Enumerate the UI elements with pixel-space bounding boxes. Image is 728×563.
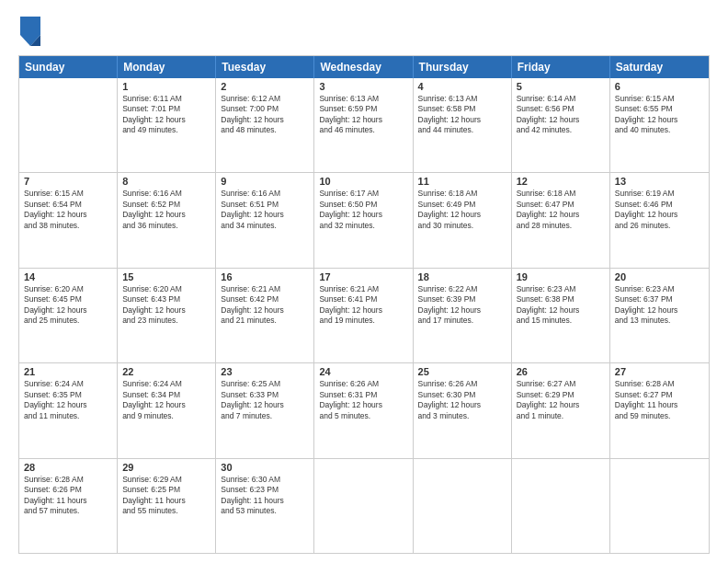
calendar-row: 21Sunrise: 6:24 AM Sunset: 6:35 PM Dayli… — [19, 363, 709, 458]
cell-info: Sunrise: 6:11 AM Sunset: 7:01 PM Dayligh… — [122, 94, 210, 136]
calendar-cell: 8Sunrise: 6:16 AM Sunset: 6:52 PM Daylig… — [118, 173, 216, 267]
calendar-cell: 17Sunrise: 6:21 AM Sunset: 6:41 PM Dayli… — [314, 269, 413, 362]
page: SundayMondayTuesdayWednesdayThursdayFrid… — [0, 0, 728, 563]
calendar-row: 14Sunrise: 6:20 AM Sunset: 6:45 PM Dayli… — [19, 269, 709, 363]
cell-info: Sunrise: 6:22 AM Sunset: 6:39 PM Dayligh… — [418, 284, 506, 327]
calendar-cell: 16Sunrise: 6:21 AM Sunset: 6:42 PM Dayli… — [216, 269, 314, 362]
cell-day-number: 12 — [517, 176, 605, 187]
cell-info: Sunrise: 6:24 AM Sunset: 6:35 PM Dayligh… — [24, 379, 112, 421]
cell-info: Sunrise: 6:18 AM Sunset: 6:49 PM Dayligh… — [418, 189, 506, 231]
cell-info: Sunrise: 6:30 AM Sunset: 6:23 PM Dayligh… — [221, 475, 309, 517]
cell-info: Sunrise: 6:28 AM Sunset: 6:27 PM Dayligh… — [615, 379, 704, 421]
cell-day-number: 5 — [517, 81, 605, 92]
calendar-cell: 29Sunrise: 6:29 AM Sunset: 6:25 PM Dayli… — [118, 459, 216, 553]
cell-day-number: 2 — [221, 81, 309, 92]
cell-day-number: 24 — [319, 366, 407, 377]
cell-info: Sunrise: 6:19 AM Sunset: 6:46 PM Dayligh… — [615, 189, 704, 231]
calendar-row: 28Sunrise: 6:28 AM Sunset: 6:26 PM Dayli… — [19, 459, 709, 553]
cell-day-number: 21 — [24, 366, 112, 377]
calendar-cell — [414, 459, 512, 553]
cell-info: Sunrise: 6:21 AM Sunset: 6:41 PM Dayligh… — [319, 284, 407, 327]
logo — [18, 17, 40, 46]
calendar-cell: 2Sunrise: 6:12 AM Sunset: 7:00 PM Daylig… — [216, 78, 314, 172]
calendar-row: 1Sunrise: 6:11 AM Sunset: 7:01 PM Daylig… — [19, 78, 709, 173]
calendar-cell: 18Sunrise: 6:22 AM Sunset: 6:39 PM Dayli… — [414, 269, 512, 362]
calendar-body: 1Sunrise: 6:11 AM Sunset: 7:01 PM Daylig… — [19, 78, 709, 553]
calendar-cell — [512, 459, 610, 553]
cell-day-number: 7 — [24, 176, 112, 187]
cell-info: Sunrise: 6:13 AM Sunset: 6:59 PM Dayligh… — [319, 94, 407, 136]
cell-day-number: 13 — [615, 176, 704, 187]
cell-info: Sunrise: 6:15 AM Sunset: 6:54 PM Dayligh… — [24, 189, 112, 231]
cell-info: Sunrise: 6:23 AM Sunset: 6:37 PM Dayligh… — [615, 284, 704, 327]
calendar-cell: 1Sunrise: 6:11 AM Sunset: 7:01 PM Daylig… — [118, 78, 216, 172]
cell-info: Sunrise: 6:16 AM Sunset: 6:52 PM Dayligh… — [122, 189, 210, 231]
calendar-cell: 7Sunrise: 6:15 AM Sunset: 6:54 PM Daylig… — [19, 173, 118, 267]
calendar-cell: 28Sunrise: 6:28 AM Sunset: 6:26 PM Dayli… — [19, 459, 118, 553]
cell-info: Sunrise: 6:28 AM Sunset: 6:26 PM Dayligh… — [24, 475, 112, 517]
calendar-cell — [610, 459, 709, 553]
calendar-cell — [19, 78, 118, 172]
cell-day-number: 15 — [122, 271, 210, 282]
cell-info: Sunrise: 6:24 AM Sunset: 6:34 PM Dayligh… — [122, 379, 210, 421]
cell-info: Sunrise: 6:26 AM Sunset: 6:30 PM Dayligh… — [418, 379, 506, 421]
calendar-cell: 12Sunrise: 6:18 AM Sunset: 6:47 PM Dayli… — [512, 173, 610, 267]
logo-icon — [20, 17, 40, 46]
calendar-cell: 5Sunrise: 6:14 AM Sunset: 6:56 PM Daylig… — [512, 78, 610, 172]
cell-day-number: 27 — [615, 366, 704, 377]
cell-day-number: 3 — [319, 81, 407, 92]
cell-day-number: 4 — [418, 81, 506, 92]
cell-day-number: 26 — [517, 366, 605, 377]
calendar-cell: 25Sunrise: 6:26 AM Sunset: 6:30 PM Dayli… — [414, 363, 512, 457]
calendar-row: 7Sunrise: 6:15 AM Sunset: 6:54 PM Daylig… — [19, 173, 709, 268]
calendar-cell: 14Sunrise: 6:20 AM Sunset: 6:45 PM Dayli… — [19, 269, 118, 362]
calendar-cell: 27Sunrise: 6:28 AM Sunset: 6:27 PM Dayli… — [610, 363, 709, 457]
calendar-cell — [314, 459, 413, 553]
cell-day-number: 18 — [418, 271, 506, 282]
calendar-cell: 22Sunrise: 6:24 AM Sunset: 6:34 PM Dayli… — [118, 363, 216, 457]
cell-day-number: 8 — [122, 176, 210, 187]
cell-day-number: 22 — [122, 366, 210, 377]
cell-day-number: 9 — [221, 176, 309, 187]
cell-info: Sunrise: 6:27 AM Sunset: 6:29 PM Dayligh… — [517, 379, 605, 421]
calendar-cell: 20Sunrise: 6:23 AM Sunset: 6:37 PM Dayli… — [610, 269, 709, 362]
calendar-header-cell: Friday — [512, 56, 610, 78]
header — [18, 17, 710, 46]
cell-info: Sunrise: 6:12 AM Sunset: 7:00 PM Dayligh… — [221, 94, 309, 136]
calendar-header-cell: Monday — [118, 56, 216, 78]
cell-info: Sunrise: 6:25 AM Sunset: 6:33 PM Dayligh… — [221, 379, 309, 421]
cell-info: Sunrise: 6:13 AM Sunset: 6:58 PM Dayligh… — [418, 94, 506, 136]
cell-info: Sunrise: 6:15 AM Sunset: 6:55 PM Dayligh… — [615, 94, 704, 136]
cell-day-number: 29 — [122, 462, 210, 473]
calendar-cell: 3Sunrise: 6:13 AM Sunset: 6:59 PM Daylig… — [314, 78, 413, 172]
cell-info: Sunrise: 6:21 AM Sunset: 6:42 PM Dayligh… — [221, 284, 309, 327]
cell-info: Sunrise: 6:26 AM Sunset: 6:31 PM Dayligh… — [319, 379, 407, 421]
cell-day-number: 20 — [615, 271, 704, 282]
calendar-header-cell: Saturday — [610, 56, 709, 78]
calendar-cell: 11Sunrise: 6:18 AM Sunset: 6:49 PM Dayli… — [414, 173, 512, 267]
cell-day-number: 28 — [24, 462, 112, 473]
calendar-cell: 24Sunrise: 6:26 AM Sunset: 6:31 PM Dayli… — [314, 363, 413, 457]
cell-day-number: 14 — [24, 271, 112, 282]
cell-info: Sunrise: 6:16 AM Sunset: 6:51 PM Dayligh… — [221, 189, 309, 231]
cell-day-number: 1 — [122, 81, 210, 92]
cell-info: Sunrise: 6:23 AM Sunset: 6:38 PM Dayligh… — [517, 284, 605, 327]
cell-day-number: 30 — [221, 462, 309, 473]
calendar-header-cell: Wednesday — [314, 56, 413, 78]
cell-info: Sunrise: 6:18 AM Sunset: 6:47 PM Dayligh… — [517, 189, 605, 231]
calendar-cell: 10Sunrise: 6:17 AM Sunset: 6:50 PM Dayli… — [314, 173, 413, 267]
calendar-cell: 13Sunrise: 6:19 AM Sunset: 6:46 PM Dayli… — [610, 173, 709, 267]
calendar-header-cell: Thursday — [414, 56, 512, 78]
cell-info: Sunrise: 6:20 AM Sunset: 6:43 PM Dayligh… — [122, 284, 210, 327]
calendar-cell: 30Sunrise: 6:30 AM Sunset: 6:23 PM Dayli… — [216, 459, 314, 553]
cell-day-number: 25 — [418, 366, 506, 377]
calendar-header-cell: Tuesday — [216, 56, 314, 78]
calendar-cell: 19Sunrise: 6:23 AM Sunset: 6:38 PM Dayli… — [512, 269, 610, 362]
calendar-cell: 23Sunrise: 6:25 AM Sunset: 6:33 PM Dayli… — [216, 363, 314, 457]
cell-day-number: 16 — [221, 271, 309, 282]
calendar-cell: 9Sunrise: 6:16 AM Sunset: 6:51 PM Daylig… — [216, 173, 314, 267]
cell-day-number: 19 — [517, 271, 605, 282]
calendar-header-cell: Sunday — [19, 56, 118, 78]
cell-info: Sunrise: 6:20 AM Sunset: 6:45 PM Dayligh… — [24, 284, 112, 327]
cell-day-number: 23 — [221, 366, 309, 377]
